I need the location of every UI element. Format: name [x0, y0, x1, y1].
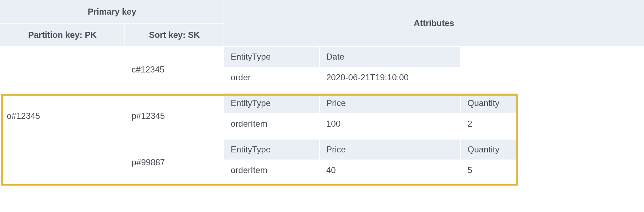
item-row-0: c#12345 EntityType Date order 2020-06-21… [125, 46, 644, 93]
attr-label-0-pad2 [587, 46, 644, 67]
attributes-header: Attributes [224, 0, 644, 46]
sort-key-header: Sort key: SK [125, 23, 224, 46]
item-row-2: p#99887 EntityType Price Quantity orderI… [125, 139, 644, 186]
attr-block-2: EntityType Price Quantity orderItem 40 5 [224, 139, 644, 186]
attr-value-0-a2: 2020-06-21T19:10:00 [320, 67, 461, 88]
text: 5 [467, 165, 472, 175]
attr-label-1-a2: Price [320, 93, 461, 113]
attributes-header-label: Attributes [414, 18, 454, 28]
partition-key-header: Partition key: PK [0, 23, 125, 46]
body-right: c#12345 EntityType Date order 2020-06-21… [125, 46, 644, 186]
attr-label-2-a2: Price [320, 139, 461, 160]
attr-block-0: EntityType Date order 2020-06-21T19:10:0… [224, 46, 644, 93]
attr-label-0-pad [461, 46, 587, 67]
pk-cell: o#12345 [0, 46, 125, 186]
partition-key-label: Partition key: PK [28, 30, 97, 40]
text: 2 [467, 119, 472, 129]
attr-value-0-a1: order [224, 67, 320, 88]
text: 100 [326, 119, 341, 129]
attr-block-1: EntityType Price Quantity orderItem 100 … [224, 93, 644, 139]
attr-value-1-a3: 2 [461, 113, 518, 134]
attr-label-0-a1: EntityType [224, 46, 320, 67]
attr-label-2-a1: EntityType [224, 139, 320, 160]
text: Date [326, 52, 344, 62]
sort-key-label: Sort key: SK [149, 30, 200, 40]
text: EntityType [231, 145, 271, 155]
dynamodb-table-diagram: Primary key Partition key: PK Sort key: … [0, 0, 644, 186]
sk-value-2: p#99887 [132, 157, 165, 167]
sk-cell-2: p#99887 [125, 139, 224, 186]
text: 2020-06-21T19:10:00 [326, 72, 409, 82]
text: orderItem [231, 119, 267, 129]
attr-value-1-pad [518, 113, 644, 134]
text: EntityType [231, 98, 271, 108]
text: Quantity [467, 98, 499, 108]
header-area: Primary key Partition key: PK Sort key: … [0, 0, 644, 46]
text: Price [326, 98, 346, 108]
attr-label-2-a3: Quantity [461, 139, 518, 160]
text: order [231, 72, 251, 82]
attr-value-row-0: order 2020-06-21T19:10:00 [224, 67, 644, 88]
attr-value-0-pad [461, 67, 587, 88]
attr-label-1-a3: Quantity [461, 93, 518, 113]
attr-label-row-0: EntityType Date [224, 46, 644, 67]
pk-value: o#12345 [7, 111, 40, 121]
attr-label-0-a2: Date [320, 46, 461, 67]
attr-value-2-a3: 5 [461, 160, 518, 181]
attr-value-0-pad2 [587, 67, 644, 88]
text: orderItem [231, 165, 267, 175]
attr-value-2-pad [518, 160, 644, 181]
attr-value-1-a2: 100 [320, 113, 461, 134]
text: 40 [326, 165, 336, 175]
text: Quantity [467, 145, 499, 155]
primary-key-header-block: Primary key Partition key: PK Sort key: … [0, 0, 224, 46]
attr-value-row-1: orderItem 100 2 [224, 113, 644, 134]
sk-cell-1: p#12345 [125, 93, 224, 139]
attr-value-2-a2: 40 [320, 160, 461, 181]
sk-value-1: p#12345 [132, 111, 165, 121]
item-row-1: p#12345 EntityType Price Quantity orderI… [125, 93, 644, 139]
primary-key-header-label: Primary key [88, 7, 136, 17]
attr-value-2-a1: orderItem [224, 160, 320, 181]
attr-label-2-pad [518, 139, 644, 160]
attr-label-1-pad [518, 93, 644, 113]
attr-value-row-2: orderItem 40 5 [224, 160, 644, 181]
text: Price [326, 145, 346, 155]
attr-label-row-1: EntityType Price Quantity [224, 93, 644, 113]
sk-cell-0: c#12345 [125, 46, 224, 93]
attr-label-1-a1: EntityType [224, 93, 320, 113]
table-body: o#12345 c#12345 EntityType Date order [0, 46, 644, 186]
attr-value-1-a1: orderItem [224, 113, 320, 134]
sk-value-0: c#12345 [132, 65, 164, 75]
primary-key-header: Primary key [0, 0, 224, 23]
key-subheader-row: Partition key: PK Sort key: SK [0, 23, 224, 46]
attr-label-row-2: EntityType Price Quantity [224, 139, 644, 160]
text: EntityType [231, 52, 271, 62]
